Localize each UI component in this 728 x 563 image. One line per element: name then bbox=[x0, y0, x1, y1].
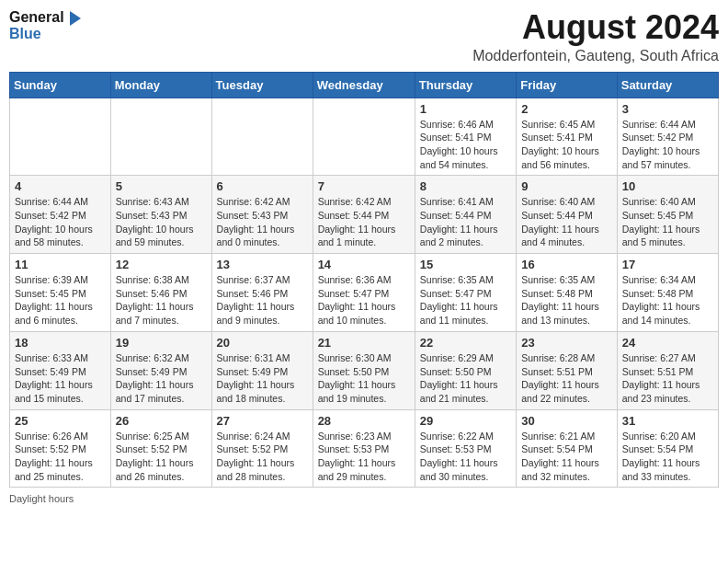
calendar-cell: 29Sunrise: 6:22 AMSunset: 5:53 PMDayligh… bbox=[415, 409, 516, 488]
calendar-cell: 4Sunrise: 6:44 AMSunset: 5:42 PMDaylight… bbox=[10, 176, 111, 254]
day-number: 6 bbox=[217, 179, 308, 193]
day-info: Sunrise: 6:25 AMSunset: 5:52 PMDaylight:… bbox=[116, 430, 207, 484]
calendar-cell: 1Sunrise: 6:46 AMSunset: 5:41 PMDaylight… bbox=[415, 98, 516, 176]
calendar-week-row: 11Sunrise: 6:39 AMSunset: 5:45 PMDayligh… bbox=[10, 254, 719, 332]
calendar-cell bbox=[211, 98, 313, 176]
calendar-day-header: Friday bbox=[517, 72, 618, 98]
day-number: 24 bbox=[622, 336, 713, 350]
calendar-cell: 18Sunrise: 6:33 AMSunset: 5:49 PMDayligh… bbox=[10, 331, 111, 409]
calendar-cell: 3Sunrise: 6:44 AMSunset: 5:42 PMDaylight… bbox=[617, 98, 718, 176]
calendar-cell: 15Sunrise: 6:35 AMSunset: 5:47 PMDayligh… bbox=[415, 254, 516, 332]
day-number: 19 bbox=[116, 336, 207, 350]
calendar-cell: 9Sunrise: 6:40 AMSunset: 5:44 PMDaylight… bbox=[517, 176, 618, 254]
day-number: 13 bbox=[217, 258, 308, 271]
calendar-cell: 5Sunrise: 6:43 AMSunset: 5:43 PMDaylight… bbox=[110, 176, 211, 254]
day-number: 3 bbox=[622, 102, 713, 116]
location-title: Modderfontein, Gauteng, South Africa bbox=[472, 48, 719, 64]
day-info: Sunrise: 6:22 AMSunset: 5:53 PMDaylight:… bbox=[420, 430, 511, 484]
day-info: Sunrise: 6:41 AMSunset: 5:44 PMDaylight:… bbox=[420, 195, 511, 249]
day-number: 1 bbox=[420, 102, 511, 116]
day-number: 30 bbox=[521, 414, 612, 428]
day-number: 15 bbox=[420, 258, 511, 271]
day-info: Sunrise: 6:21 AMSunset: 5:54 PMDaylight:… bbox=[521, 430, 612, 484]
calendar-day-header: Thursday bbox=[415, 72, 516, 98]
title-block: August 2024 Modderfontein, Gauteng, Sout… bbox=[472, 9, 719, 64]
day-number: 22 bbox=[420, 336, 511, 350]
day-info: Sunrise: 6:30 AMSunset: 5:50 PMDaylight:… bbox=[318, 351, 410, 406]
day-number: 29 bbox=[420, 414, 511, 428]
calendar-cell: 31Sunrise: 6:20 AMSunset: 5:54 PMDayligh… bbox=[617, 409, 718, 488]
calendar-week-row: 18Sunrise: 6:33 AMSunset: 5:49 PMDayligh… bbox=[10, 331, 719, 409]
day-number: 9 bbox=[521, 179, 612, 193]
day-number: 27 bbox=[217, 414, 308, 428]
day-info: Sunrise: 6:28 AMSunset: 5:51 PMDaylight:… bbox=[521, 351, 612, 406]
day-info: Sunrise: 6:40 AMSunset: 5:45 PMDaylight:… bbox=[622, 195, 713, 249]
day-info: Sunrise: 6:45 AMSunset: 5:41 PMDaylight:… bbox=[521, 118, 612, 172]
day-number: 31 bbox=[622, 414, 713, 428]
calendar-cell: 8Sunrise: 6:41 AMSunset: 5:44 PMDaylight… bbox=[415, 176, 516, 254]
day-info: Sunrise: 6:29 AMSunset: 5:50 PMDaylight:… bbox=[420, 351, 511, 406]
day-number: 12 bbox=[116, 258, 207, 271]
day-info: Sunrise: 6:44 AMSunset: 5:42 PMDaylight:… bbox=[15, 195, 106, 249]
calendar-cell bbox=[313, 98, 415, 176]
day-number: 14 bbox=[318, 258, 410, 271]
day-info: Sunrise: 6:27 AMSunset: 5:51 PMDaylight:… bbox=[622, 351, 713, 406]
day-number: 7 bbox=[318, 179, 410, 193]
day-number: 16 bbox=[521, 258, 612, 271]
day-info: Sunrise: 6:35 AMSunset: 5:47 PMDaylight:… bbox=[420, 273, 511, 327]
calendar-cell: 25Sunrise: 6:26 AMSunset: 5:52 PMDayligh… bbox=[10, 409, 111, 488]
day-number: 4 bbox=[15, 179, 106, 193]
day-number: 11 bbox=[15, 258, 106, 271]
calendar-cell: 26Sunrise: 6:25 AMSunset: 5:52 PMDayligh… bbox=[110, 409, 211, 488]
calendar-week-row: 25Sunrise: 6:26 AMSunset: 5:52 PMDayligh… bbox=[10, 409, 719, 488]
calendar-week-row: 1Sunrise: 6:46 AMSunset: 5:41 PMDaylight… bbox=[10, 98, 719, 176]
day-info: Sunrise: 6:42 AMSunset: 5:43 PMDaylight:… bbox=[217, 195, 308, 249]
calendar-cell: 24Sunrise: 6:27 AMSunset: 5:51 PMDayligh… bbox=[617, 331, 718, 409]
logo: General Blue bbox=[9, 9, 81, 41]
calendar-day-header: Saturday bbox=[617, 72, 718, 98]
calendar-cell: 7Sunrise: 6:42 AMSunset: 5:44 PMDaylight… bbox=[313, 176, 415, 254]
daylight-label: Daylight hours bbox=[9, 493, 74, 504]
calendar-cell: 14Sunrise: 6:36 AMSunset: 5:47 PMDayligh… bbox=[313, 254, 415, 332]
calendar-cell: 12Sunrise: 6:38 AMSunset: 5:46 PMDayligh… bbox=[110, 254, 211, 332]
calendar-day-header: Wednesday bbox=[313, 72, 415, 98]
day-number: 5 bbox=[116, 179, 207, 193]
page-header: General Blue August 2024 Modderfontein, … bbox=[9, 9, 719, 64]
day-number: 10 bbox=[622, 179, 713, 193]
calendar-cell: 27Sunrise: 6:24 AMSunset: 5:52 PMDayligh… bbox=[211, 409, 313, 488]
day-number: 25 bbox=[15, 414, 106, 428]
day-info: Sunrise: 6:26 AMSunset: 5:52 PMDaylight:… bbox=[15, 430, 106, 484]
day-info: Sunrise: 6:36 AMSunset: 5:47 PMDaylight:… bbox=[318, 273, 410, 327]
calendar-header-row: SundayMondayTuesdayWednesdayThursdayFrid… bbox=[10, 72, 719, 98]
calendar-day-header: Monday bbox=[110, 72, 211, 98]
calendar-cell: 20Sunrise: 6:31 AMSunset: 5:49 PMDayligh… bbox=[211, 331, 313, 409]
calendar-cell: 21Sunrise: 6:30 AMSunset: 5:50 PMDayligh… bbox=[313, 331, 415, 409]
day-info: Sunrise: 6:42 AMSunset: 5:44 PMDaylight:… bbox=[318, 195, 410, 249]
day-number: 18 bbox=[15, 336, 106, 350]
day-info: Sunrise: 6:24 AMSunset: 5:52 PMDaylight:… bbox=[217, 430, 308, 484]
day-info: Sunrise: 6:44 AMSunset: 5:42 PMDaylight:… bbox=[622, 118, 713, 172]
day-info: Sunrise: 6:23 AMSunset: 5:53 PMDaylight:… bbox=[318, 430, 410, 484]
day-number: 17 bbox=[622, 258, 713, 271]
calendar-day-header: Tuesday bbox=[211, 72, 313, 98]
day-info: Sunrise: 6:20 AMSunset: 5:54 PMDaylight:… bbox=[622, 430, 713, 484]
footer: Daylight hours bbox=[9, 493, 719, 504]
day-info: Sunrise: 6:37 AMSunset: 5:46 PMDaylight:… bbox=[217, 273, 308, 327]
day-info: Sunrise: 6:31 AMSunset: 5:49 PMDaylight:… bbox=[217, 351, 308, 406]
logo-text: General Blue bbox=[9, 9, 81, 41]
calendar-cell bbox=[10, 98, 111, 176]
day-info: Sunrise: 6:46 AMSunset: 5:41 PMDaylight:… bbox=[420, 118, 511, 172]
calendar-cell: 10Sunrise: 6:40 AMSunset: 5:45 PMDayligh… bbox=[617, 176, 718, 254]
day-info: Sunrise: 6:34 AMSunset: 5:48 PMDaylight:… bbox=[622, 273, 713, 327]
day-info: Sunrise: 6:40 AMSunset: 5:44 PMDaylight:… bbox=[521, 195, 612, 249]
calendar-cell bbox=[110, 98, 211, 176]
day-number: 26 bbox=[116, 414, 207, 428]
calendar-cell: 13Sunrise: 6:37 AMSunset: 5:46 PMDayligh… bbox=[211, 254, 313, 332]
day-number: 20 bbox=[217, 336, 308, 350]
day-info: Sunrise: 6:32 AMSunset: 5:49 PMDaylight:… bbox=[116, 351, 207, 406]
calendar-cell: 23Sunrise: 6:28 AMSunset: 5:51 PMDayligh… bbox=[517, 331, 618, 409]
calendar-cell: 30Sunrise: 6:21 AMSunset: 5:54 PMDayligh… bbox=[517, 409, 618, 488]
day-info: Sunrise: 6:43 AMSunset: 5:43 PMDaylight:… bbox=[116, 195, 207, 249]
calendar-cell: 6Sunrise: 6:42 AMSunset: 5:43 PMDaylight… bbox=[211, 176, 313, 254]
calendar-cell: 2Sunrise: 6:45 AMSunset: 5:41 PMDaylight… bbox=[517, 98, 618, 176]
